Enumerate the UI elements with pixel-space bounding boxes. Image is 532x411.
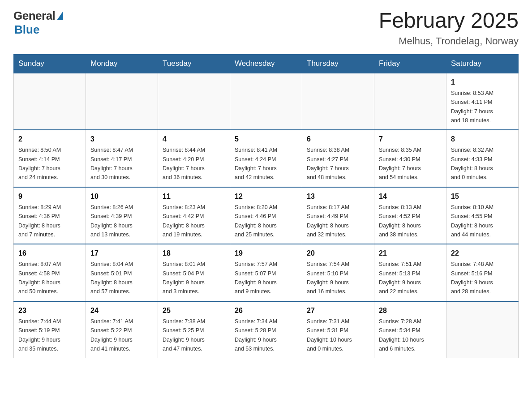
day-info: Sunrise: 8:23 AM Sunset: 4:42 PM Dayligh… (163, 204, 205, 238)
calendar-week-row: 2Sunrise: 8:50 AM Sunset: 4:14 PM Daylig… (14, 130, 519, 187)
day-info: Sunrise: 8:41 AM Sunset: 4:24 PM Dayligh… (235, 147, 277, 180)
day-info: Sunrise: 8:17 AM Sunset: 4:49 PM Dayligh… (307, 204, 349, 238)
day-info: Sunrise: 7:38 AM Sunset: 5:25 PM Dayligh… (163, 318, 205, 352)
table-row: 16Sunrise: 8:07 AM Sunset: 4:58 PM Dayli… (14, 244, 86, 301)
table-row: 12Sunrise: 8:20 AM Sunset: 4:46 PM Dayli… (230, 187, 302, 244)
table-row (86, 73, 158, 130)
day-info: Sunrise: 8:32 AM Sunset: 4:33 PM Dayligh… (451, 147, 493, 180)
day-info: Sunrise: 8:53 AM Sunset: 4:11 PM Dayligh… (451, 90, 493, 124)
day-number: 7 (379, 134, 442, 145)
table-row: 23Sunrise: 7:44 AM Sunset: 5:19 PM Dayli… (14, 301, 86, 358)
table-row: 22Sunrise: 7:48 AM Sunset: 5:16 PM Dayli… (446, 244, 519, 301)
day-info: Sunrise: 7:57 AM Sunset: 5:07 PM Dayligh… (235, 261, 277, 295)
table-row: 19Sunrise: 7:57 AM Sunset: 5:07 PM Dayli… (230, 244, 302, 301)
header-thursday: Thursday (302, 54, 374, 73)
day-number: 13 (307, 191, 369, 202)
day-number: 5 (235, 134, 297, 145)
calendar-table: Sunday Monday Tuesday Wednesday Thursday… (13, 54, 519, 359)
day-number: 12 (235, 191, 297, 202)
day-number: 3 (90, 134, 153, 145)
day-info: Sunrise: 7:31 AM Sunset: 5:31 PM Dayligh… (307, 318, 352, 352)
table-row: 5Sunrise: 8:41 AM Sunset: 4:24 PM Daylig… (230, 130, 302, 187)
day-number: 1 (451, 77, 514, 88)
day-number: 6 (307, 134, 369, 145)
logo-blue-text: Blue (14, 23, 39, 37)
day-info: Sunrise: 8:20 AM Sunset: 4:46 PM Dayligh… (235, 204, 277, 238)
table-row: 17Sunrise: 8:04 AM Sunset: 5:01 PM Dayli… (86, 244, 158, 301)
table-row: 21Sunrise: 7:51 AM Sunset: 5:13 PM Dayli… (374, 244, 446, 301)
table-row (14, 73, 86, 130)
table-row: 8Sunrise: 8:32 AM Sunset: 4:33 PM Daylig… (446, 130, 519, 187)
day-info: Sunrise: 8:44 AM Sunset: 4:20 PM Dayligh… (163, 147, 205, 180)
calendar-week-row: 23Sunrise: 7:44 AM Sunset: 5:19 PM Dayli… (14, 301, 519, 358)
day-number: 14 (379, 191, 442, 202)
day-number: 22 (451, 248, 514, 259)
day-number: 18 (163, 248, 225, 259)
weekday-header-row: Sunday Monday Tuesday Wednesday Thursday… (14, 54, 519, 73)
day-info: Sunrise: 8:10 AM Sunset: 4:55 PM Dayligh… (451, 204, 493, 238)
table-row: 4Sunrise: 8:44 AM Sunset: 4:20 PM Daylig… (158, 130, 230, 187)
day-number: 20 (307, 248, 369, 259)
table-row: 27Sunrise: 7:31 AM Sunset: 5:31 PM Dayli… (302, 301, 374, 358)
day-info: Sunrise: 7:28 AM Sunset: 5:34 PM Dayligh… (379, 318, 424, 352)
table-row: 3Sunrise: 8:47 AM Sunset: 4:17 PM Daylig… (86, 130, 158, 187)
calendar-week-row: 1Sunrise: 8:53 AM Sunset: 4:11 PM Daylig… (14, 73, 519, 130)
header-sunday: Sunday (14, 54, 86, 73)
day-info: Sunrise: 7:54 AM Sunset: 5:10 PM Dayligh… (307, 261, 349, 295)
table-row: 24Sunrise: 7:41 AM Sunset: 5:22 PM Dayli… (86, 301, 158, 358)
day-number: 16 (18, 248, 81, 259)
page-header: General Blue February 2025 Melhus, Trond… (13, 9, 519, 47)
header-friday: Friday (374, 54, 446, 73)
day-info: Sunrise: 7:41 AM Sunset: 5:22 PM Dayligh… (90, 318, 133, 352)
table-row: 11Sunrise: 8:23 AM Sunset: 4:42 PM Dayli… (158, 187, 230, 244)
day-info: Sunrise: 8:29 AM Sunset: 4:36 PM Dayligh… (18, 204, 61, 238)
header-saturday: Saturday (446, 54, 519, 73)
table-row (446, 301, 519, 358)
table-row (374, 73, 446, 130)
day-info: Sunrise: 7:34 AM Sunset: 5:28 PM Dayligh… (235, 318, 277, 352)
logo-general-text: General (13, 9, 55, 23)
calendar-week-row: 16Sunrise: 8:07 AM Sunset: 4:58 PM Dayli… (14, 244, 519, 301)
table-row (158, 73, 230, 130)
table-row: 1Sunrise: 8:53 AM Sunset: 4:11 PM Daylig… (446, 73, 519, 130)
day-info: Sunrise: 8:26 AM Sunset: 4:39 PM Dayligh… (90, 204, 133, 238)
day-info: Sunrise: 8:07 AM Sunset: 4:58 PM Dayligh… (18, 261, 61, 295)
logo-triangle-icon (57, 11, 63, 20)
table-row: 7Sunrise: 8:35 AM Sunset: 4:30 PM Daylig… (374, 130, 446, 187)
day-number: 19 (235, 248, 297, 259)
day-number: 15 (451, 191, 514, 202)
day-number: 9 (18, 191, 81, 202)
day-info: Sunrise: 8:38 AM Sunset: 4:27 PM Dayligh… (307, 147, 349, 180)
table-row (302, 73, 374, 130)
table-row: 25Sunrise: 7:38 AM Sunset: 5:25 PM Dayli… (158, 301, 230, 358)
day-number: 23 (18, 305, 81, 316)
day-info: Sunrise: 8:50 AM Sunset: 4:14 PM Dayligh… (18, 147, 61, 180)
table-row: 13Sunrise: 8:17 AM Sunset: 4:49 PM Dayli… (302, 187, 374, 244)
day-number: 17 (90, 248, 153, 259)
day-number: 26 (235, 305, 297, 316)
table-row (230, 73, 302, 130)
header-wednesday: Wednesday (230, 54, 302, 73)
day-info: Sunrise: 8:47 AM Sunset: 4:17 PM Dayligh… (90, 147, 133, 180)
day-number: 25 (163, 305, 225, 316)
table-row: 14Sunrise: 8:13 AM Sunset: 4:52 PM Dayli… (374, 187, 446, 244)
day-number: 24 (90, 305, 153, 316)
table-row: 18Sunrise: 8:01 AM Sunset: 5:04 PM Dayli… (158, 244, 230, 301)
day-number: 10 (90, 191, 153, 202)
day-number: 21 (379, 248, 442, 259)
day-info: Sunrise: 7:44 AM Sunset: 5:19 PM Dayligh… (18, 318, 61, 352)
day-info: Sunrise: 7:51 AM Sunset: 5:13 PM Dayligh… (379, 261, 421, 295)
logo: General Blue (13, 9, 63, 37)
day-info: Sunrise: 8:13 AM Sunset: 4:52 PM Dayligh… (379, 204, 421, 238)
day-number: 4 (163, 134, 225, 145)
table-row: 20Sunrise: 7:54 AM Sunset: 5:10 PM Dayli… (302, 244, 374, 301)
day-info: Sunrise: 8:01 AM Sunset: 5:04 PM Dayligh… (163, 261, 205, 295)
day-number: 28 (379, 305, 442, 316)
day-number: 2 (18, 134, 81, 145)
header-tuesday: Tuesday (158, 54, 230, 73)
table-row: 28Sunrise: 7:28 AM Sunset: 5:34 PM Dayli… (374, 301, 446, 358)
day-info: Sunrise: 7:48 AM Sunset: 5:16 PM Dayligh… (451, 261, 493, 295)
table-row: 9Sunrise: 8:29 AM Sunset: 4:36 PM Daylig… (14, 187, 86, 244)
day-info: Sunrise: 8:04 AM Sunset: 5:01 PM Dayligh… (90, 261, 133, 295)
day-number: 8 (451, 134, 514, 145)
